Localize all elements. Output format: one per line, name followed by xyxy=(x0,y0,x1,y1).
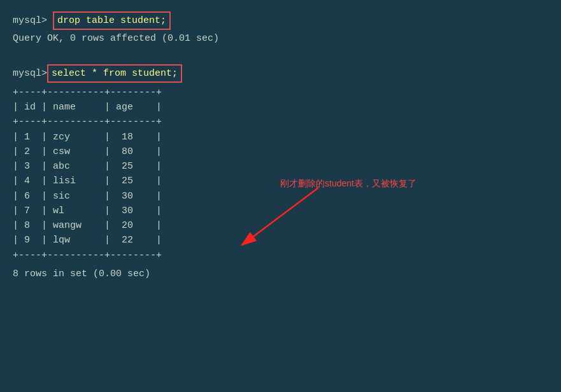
terminal: mysql> drop table student; Query OK, 0 r… xyxy=(0,0,561,293)
table-header: | id | name | age | xyxy=(13,100,548,115)
table-row: | 1 | zcy | 18 | xyxy=(13,130,548,144)
prompt-1: mysql> xyxy=(13,13,53,28)
table-row: | 2 | csw | 80 | xyxy=(13,144,548,159)
rows-info: 8 rows in set (0.00 sec) xyxy=(13,267,548,281)
table-border-bottom: +----+----------+--------+ xyxy=(13,248,548,263)
table-row: | 4 | lisi | 25 | xyxy=(13,174,548,188)
drop-table-command: drop table student; xyxy=(53,11,171,30)
table-row: | 6 | sic | 30 | xyxy=(13,189,548,204)
command-line-1: mysql> drop table student; xyxy=(13,11,548,30)
table-row: | 9 | lqw | 22 | xyxy=(13,233,548,248)
select-command-line: mysql> select * from student; xyxy=(13,64,548,83)
query-ok-message: Query OK, 0 rows affected (0.01 sec) xyxy=(13,31,548,46)
table-row: | 3 | abc | 25 | xyxy=(13,159,548,174)
select-command: select * from student; xyxy=(47,64,182,83)
table-border-header: +----+----------+--------+ xyxy=(13,115,548,129)
table-row: | 8 | wangw | 20 | xyxy=(13,218,548,233)
table-border-top: +----+----------+--------+ xyxy=(13,85,548,100)
table-row: | 7 | wl | 30 | xyxy=(13,204,548,218)
prompt-2: mysql> xyxy=(13,66,47,81)
